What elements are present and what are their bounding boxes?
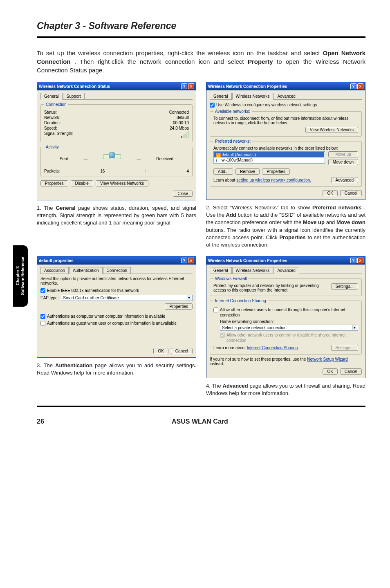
tab-support[interactable]: Support [63,93,85,99]
titlebar[interactable]: default properties ? × [37,256,196,265]
dialog-title: Wireless Network Connection Status [39,84,110,89]
connection-group: Connection Status:Connected Network:defa… [40,102,193,142]
wlan-advanced-dialog: Wireless Network Connection Properties ?… [206,256,365,378]
firewall-settings-button[interactable]: Settings... [331,283,358,290]
use-windows-checkbox[interactable]: Use Windows to configure my wireless net… [210,102,362,108]
tab-general[interactable]: General [40,93,63,100]
firewall-legend: Windows Firewall [213,276,249,281]
learn-link[interactable]: setting up wireless network configuratio… [236,178,311,182]
network-value: default [177,115,189,120]
preferred-list[interactable]: 📶 default (Automatic) i wl-100w(Manual) [213,151,325,164]
default-properties-dialog: default properties ? × Association Authe… [37,256,196,358]
ics-legend: Internet Connection Sharing [213,298,268,303]
dialog-title: Wireless Network Connection Properties [208,258,287,263]
packets-received: 4 [186,169,189,173]
dialog-title: Wireless Network Connection Properties [208,84,287,89]
caption-4: 4. The Advanced page allows you to set f… [206,382,365,397]
dialog-title: default properties [39,258,73,263]
auth-desc: Select this option to provide authentica… [40,276,193,285]
ok-button[interactable]: OK [323,368,337,375]
home-connection-select[interactable]: Select a private network connection [220,325,358,331]
titlebar[interactable]: Wireless Network Connection Status ? × [37,82,196,90]
disable-button[interactable]: Disable [71,180,93,186]
properties-button[interactable]: Properties [262,168,290,175]
list-item[interactable]: 📶 default (Automatic) [214,152,324,157]
home-connection-label: Home networking connection: [220,319,358,324]
tab-association[interactable]: Association [40,267,69,274]
help-icon[interactable]: ? [181,83,187,89]
titlebar[interactable]: Wireless Network Connection Properties ?… [206,82,365,90]
ics-group: Internet Connection Sharing Allow other … [210,298,362,355]
duration-value: 00:00:10 [173,121,189,125]
connection-legend: Connection [44,102,68,107]
remove-button[interactable]: Remove [235,168,260,175]
info-icon: i [216,158,220,162]
enable-8021x-checkbox[interactable]: Enable IEEE 802.1x authentication for th… [40,288,193,293]
close-icon[interactable]: × [357,83,363,89]
packets-sent: 16 [100,169,105,173]
move-down-button[interactable]: Move down [328,159,358,165]
eap-properties-button[interactable]: Properties [165,303,193,310]
titlebar[interactable]: Wireless Network Connection Properties ?… [206,256,365,265]
list-item[interactable]: i wl-100w(Manual) [214,157,324,163]
help-icon[interactable]: ? [350,258,356,263]
activity-icon [103,152,121,166]
close-icon[interactable]: × [188,258,194,263]
status-value: Connected [169,110,189,114]
preferred-networks-group: Preferred networks: Automatically connec… [210,139,362,187]
wlan-status-dialog: Wireless Network Connection Status ? × G… [37,82,196,200]
wlan-properties-dialog: Wireless Network Connection Properties ?… [206,82,365,200]
activity-legend: Activity [44,145,61,149]
tab-general[interactable]: General [210,93,232,99]
eap-type-select[interactable]: Smart Card or other Certificate [61,295,193,301]
firewall-group: Windows Firewall Protect my computer and… [210,276,362,296]
tabstrip: General Support [40,93,193,100]
auth-as-guest-checkbox[interactable]: Authenticate as guest when user or compu… [40,321,193,326]
tabstrip: Association Authentication Connection [40,267,193,274]
eap-type-label: EAP type: [40,296,58,300]
view-networks-button[interactable]: View Wireless Networks [96,180,148,186]
available-legend: Available networks: [213,109,252,114]
signal-strength-icon [181,131,189,138]
tab-connection[interactable]: Connection [103,267,131,274]
ics-learn-link[interactable]: Internet Connection Sharing [247,346,298,350]
tab-general[interactable]: General [210,267,232,274]
activity-group: Activity Sent — — Received [40,145,193,177]
tab-wireless-networks[interactable]: Wireless Networks [232,93,273,100]
available-networks-group: Available networks: To connect to, disco… [210,109,362,137]
cancel-button[interactable]: Cancel [340,368,362,375]
tower-icon: 📶 [216,153,220,157]
cancel-button[interactable]: Cancel [340,190,362,196]
page-number: 26 [37,418,44,425]
close-button[interactable]: Close [173,191,193,197]
preferred-legend: Preferred networks: [213,139,252,144]
add-button[interactable]: Add... [213,168,233,175]
tabstrip: General Wireless Networks Advanced [210,93,362,100]
tab-advanced[interactable]: Advanced [273,93,299,99]
caption-3: 3. The Authentication page allows you to… [37,362,196,377]
tab-advanced[interactable]: Advanced [273,267,299,274]
ics-allow-checkbox[interactable]: Allow other network users to connect thr… [213,307,358,318]
ics-settings-button: Settings... [331,345,358,351]
ok-button[interactable]: OK [153,348,168,354]
speed-value: 24.0 Mbps [170,126,189,130]
help-icon[interactable]: ? [350,83,356,89]
intro-paragraph: To set up the wireless connection proper… [37,49,365,74]
auth-as-computer-checkbox[interactable]: Authenticate as computer when computer i… [40,314,193,319]
cancel-button[interactable]: Cancel [171,348,193,354]
caption-1: 1. The General page shows status, durati… [37,204,196,227]
caption-2: 2. Select "Wireless Networks" tab to sho… [206,204,365,249]
help-icon[interactable]: ? [181,258,187,263]
advanced-button[interactable]: Advanced [331,177,358,183]
footer-product: ASUS WLAN Card [172,418,228,425]
close-icon[interactable]: × [357,258,363,263]
network-wizard-link[interactable]: Network Setup Wizard [307,357,347,361]
move-up-button[interactable]: Move up [328,151,358,157]
view-wireless-networks-button[interactable]: View Wireless Networks [305,127,358,133]
tab-authentication[interactable]: Authentication [69,267,102,274]
properties-button[interactable]: Properties [40,180,68,186]
ok-button[interactable]: OK [323,190,337,196]
tab-wireless-networks[interactable]: Wireless Networks [232,267,273,274]
close-icon[interactable]: × [188,83,194,89]
tabstrip: General Wireless Networks Advanced [210,267,362,274]
